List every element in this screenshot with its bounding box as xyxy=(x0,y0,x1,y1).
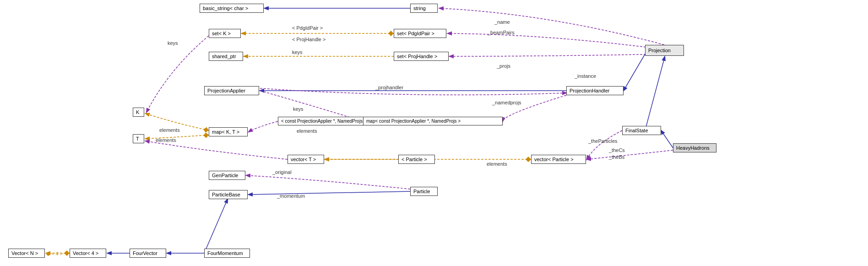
label-four: ◆ < 4 > xyxy=(46,251,63,257)
node-K: K xyxy=(133,108,144,117)
svg-line-10 xyxy=(645,57,665,130)
label-the-bs: _theBs xyxy=(609,154,624,160)
node-shared-ptr: shared_ptr xyxy=(209,52,243,61)
label-the-cs: _theCs xyxy=(609,147,625,153)
svg-line-12 xyxy=(204,199,228,253)
node-projection-applier: ProjectionApplier xyxy=(204,86,259,95)
node-particle-label: < Particle > xyxy=(398,155,435,164)
label-the-particles: _theParticles xyxy=(588,138,618,144)
node-four-vector: FourVector xyxy=(130,249,166,258)
arrows-svg xyxy=(0,0,868,266)
node-vector-T: vector< T > xyxy=(288,155,324,164)
label-pdgidpair: < PdgIdPair > xyxy=(292,25,323,31)
node-projection-handler: ProjectionHandler xyxy=(566,86,624,95)
label-beampairs: _beamPairs xyxy=(488,30,515,35)
svg-line-9 xyxy=(249,191,410,195)
label-elements-3: elements xyxy=(297,128,317,134)
node-set-projhandle: set< ProjHandle > xyxy=(394,52,449,61)
node-final-state: FinalState xyxy=(622,126,661,135)
node-setK: set< K > xyxy=(209,29,241,38)
label-elements-1: elements xyxy=(159,127,180,133)
svg-line-4 xyxy=(624,54,645,91)
label-projhandle: < ProjHandle > xyxy=(292,37,326,42)
node-map-const-proj: map< const ProjectionApplier *, NamedPro… xyxy=(363,117,503,125)
label-projs: _projs xyxy=(497,63,510,69)
label-projhandler: _projhandler xyxy=(375,85,403,90)
label-keys-2: keys xyxy=(292,49,303,55)
label-namedprojs: _namedprojs xyxy=(492,100,521,105)
label-elements-2: elements xyxy=(156,137,176,143)
node-set-pdgidpair: set< PdgIdPair > xyxy=(394,29,446,38)
node-projection: Projection xyxy=(645,45,684,56)
node-T: T xyxy=(133,134,144,143)
label-elements-4: elements xyxy=(487,161,507,167)
node-four-momentum: FourMomentum xyxy=(204,249,250,258)
node-particle-base: ParticleBase xyxy=(209,190,248,199)
label-keys-1: keys xyxy=(168,40,178,46)
diagram-container: basic_string< char > string set< K > sha… xyxy=(0,0,868,266)
label-momentum: _momentum xyxy=(277,193,305,199)
label-original: _original xyxy=(272,169,292,175)
node-vectorN: Vector< N > xyxy=(8,249,45,258)
label-instance: _instance xyxy=(575,73,596,79)
node-gen-particle: GenParticle xyxy=(209,171,245,180)
label-keys-3: keys xyxy=(293,106,304,112)
node-heavy-hadrons: HeavyHadrons xyxy=(673,143,716,152)
label-name: _name xyxy=(494,19,510,25)
node-map-KT: map< K, T > xyxy=(209,127,248,136)
node-vector4: Vector< 4 > xyxy=(70,249,106,258)
svg-line-11 xyxy=(661,130,673,148)
node-basic-string: basic_string< char > xyxy=(200,4,264,13)
node-particle: Particle xyxy=(410,187,438,196)
node-string: string xyxy=(410,4,438,13)
node-vector-particle: vector< Particle > xyxy=(531,155,586,164)
